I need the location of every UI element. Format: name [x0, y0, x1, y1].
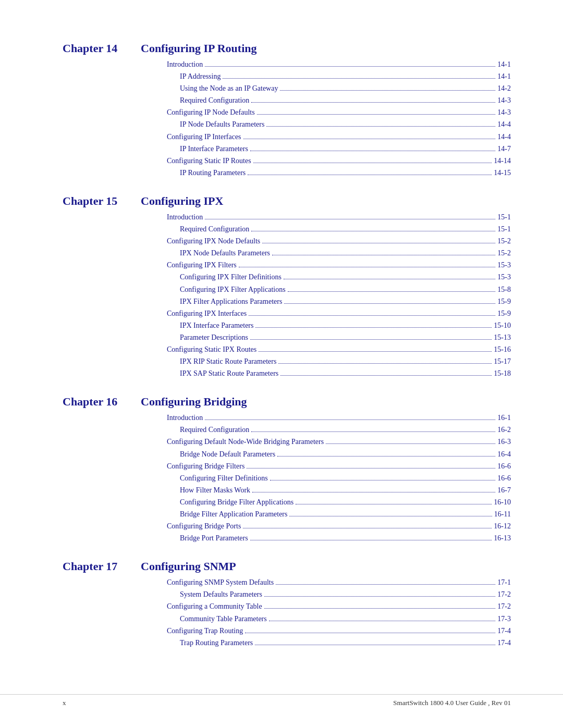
toc-dots: [243, 139, 496, 139]
toc-entry[interactable]: IPX Filter Applications Parameters15-9: [167, 295, 511, 307]
toc-entry[interactable]: System Defaults Parameters17-2: [167, 588, 511, 600]
toc-page-number: 16-1: [497, 412, 511, 424]
toc-entry[interactable]: Introduction15-1: [167, 211, 511, 223]
toc-entry[interactable]: Configuring Bridge Filters16-6: [167, 460, 511, 472]
toc-entry-label: IPX Interface Parameters: [167, 319, 253, 331]
toc-entry[interactable]: Configuring SNMP System Defaults17-1: [167, 576, 511, 588]
chapter-label-14: Chapter 14: [63, 42, 130, 55]
toc-page-number: 14-15: [494, 167, 511, 179]
toc-entry[interactable]: IPX Node Defaults Parameters15-2: [167, 247, 511, 259]
toc-entry[interactable]: Configuring Default Node-Wide Bridging P…: [167, 436, 511, 448]
toc-entry-label: Trap Routing Parameters: [167, 637, 253, 649]
toc-entry-label: IPX Node Defaults Parameters: [167, 247, 270, 259]
toc-entry[interactable]: Required Configuration16-2: [167, 424, 511, 436]
chapter-block-17: Chapter 17Configuring SNMPConfiguring SN…: [63, 560, 511, 649]
toc-page-number: 17-4: [497, 637, 511, 649]
toc-entry[interactable]: Parameter Descriptions15-13: [167, 331, 511, 343]
toc-entry[interactable]: Community Table Parameters17-3: [167, 613, 511, 625]
toc-entry-label: Configuring IP Node Defaults: [167, 106, 255, 118]
toc-dots: [253, 163, 492, 163]
toc-dots: [264, 596, 495, 597]
toc-entry-label: Bridge Filter Application Parameters: [167, 508, 287, 520]
toc-dots: [205, 419, 495, 420]
toc-page-number: 15-1: [497, 223, 511, 235]
toc-entry-label: Configuring SNMP System Defaults: [167, 576, 274, 588]
toc-entry[interactable]: Trap Routing Parameters17-4: [167, 637, 511, 649]
toc-entry[interactable]: Required Configuration14-3: [167, 94, 511, 106]
toc-entry-label: Configuring Bridge Filter Applications: [167, 496, 293, 508]
toc-entry[interactable]: Configuring IPX Node Defaults15-2: [167, 235, 511, 247]
toc-dots: [284, 279, 496, 279]
toc-entry[interactable]: Configuring a Community Table17-2: [167, 600, 511, 612]
toc-entry[interactable]: Configuring IPX Filter Definitions15-3: [167, 271, 511, 283]
toc-entry[interactable]: IPX SAP Static Route Parameters15-18: [167, 367, 511, 379]
toc-entry-label: Configuring Bridge Filters: [167, 460, 244, 472]
toc-page-number: 15-2: [497, 247, 511, 259]
toc-entry[interactable]: Bridge Filter Application Parameters16-1…: [167, 508, 511, 520]
chapter-heading-16: Chapter 16Configuring Bridging: [63, 395, 511, 409]
toc-entry-label: Required Configuration: [167, 94, 249, 106]
toc-entry[interactable]: Configuring IP Node Defaults14-3: [167, 106, 511, 118]
chapter-heading-15: Chapter 15Configuring IPX: [63, 194, 511, 208]
toc-page-number: 14-1: [497, 70, 511, 82]
toc-dots: [250, 540, 492, 540]
toc-entry-label: IPX SAP Static Route Parameters: [167, 367, 278, 379]
toc-dots: [243, 528, 492, 528]
chapter-label-17: Chapter 17: [63, 560, 130, 573]
toc-page-number: 14-3: [497, 106, 511, 118]
toc-entry-label: Parameter Descriptions: [167, 331, 248, 343]
toc-entry[interactable]: Configuring Bridge Ports16-12: [167, 520, 511, 532]
toc-dots: [296, 504, 492, 504]
footer-title: SmartSwitch 1800 4.0 User Guide , Rev 01: [393, 699, 511, 707]
toc-dots: [239, 267, 496, 267]
chapter-title-17: Configuring SNMP: [141, 560, 236, 573]
toc-page-number: 15-3: [497, 259, 511, 271]
toc-dots: [264, 608, 496, 609]
toc-entry[interactable]: IPX RIP Static Route Parameters15-17: [167, 355, 511, 367]
toc-entry[interactable]: Introduction14-1: [167, 58, 511, 70]
toc-entry[interactable]: Configuring Filter Definitions16-6: [167, 472, 511, 484]
toc-dots: [250, 339, 492, 340]
toc-dots: [270, 480, 496, 480]
toc-entry[interactable]: Bridge Node Default Parameters16-4: [167, 448, 511, 460]
toc-entry-label: IPX Filter Applications Parameters: [167, 295, 282, 307]
toc-page-number: 16-6: [497, 472, 511, 484]
toc-entry[interactable]: IP Addressing14-1: [167, 70, 511, 82]
chapter-heading-17: Chapter 17Configuring SNMP: [63, 560, 511, 573]
toc-entry-label: Introduction: [167, 211, 203, 223]
toc-entry[interactable]: Configuring IPX Interfaces15-9: [167, 307, 511, 319]
toc-entry[interactable]: Configuring Bridge Filter Applications16…: [167, 496, 511, 508]
toc-dots: [272, 255, 495, 255]
toc-entry[interactable]: Configuring Trap Routing17-4: [167, 625, 511, 637]
toc-dots: [257, 114, 496, 115]
toc-entry[interactable]: IP Node Defaults Parameters14-4: [167, 118, 511, 130]
toc-entry-label: Using the Node as an IP Gateway: [167, 82, 278, 94]
toc-entry[interactable]: Configuring IPX Filters15-3: [167, 259, 511, 271]
toc-entry[interactable]: IP Interface Parameters14-7: [167, 143, 511, 155]
toc-entry[interactable]: Configuring IP Interfaces14-4: [167, 131, 511, 143]
toc-entry[interactable]: Configuring Static IPX Routes15-16: [167, 343, 511, 355]
toc-dots: [255, 645, 495, 645]
toc-entry-label: Configuring Static IP Routes: [167, 155, 251, 167]
chapter-block-16: Chapter 16Configuring BridgingIntroducti…: [63, 395, 511, 544]
toc-entry[interactable]: IP Routing Parameters14-15: [167, 167, 511, 179]
toc-page-number: 15-9: [497, 307, 511, 319]
toc-entry-label: Configuring a Community Table: [167, 600, 262, 612]
toc-entry[interactable]: Required Configuration15-1: [167, 223, 511, 235]
toc-entry[interactable]: Bridge Port Parameters16-13: [167, 532, 511, 544]
toc-entry-label: Configuring Filter Definitions: [167, 472, 268, 484]
toc-entry[interactable]: Configuring Static IP Routes14-14: [167, 155, 511, 167]
toc-dots: [223, 78, 495, 79]
toc-page-number: 15-17: [494, 355, 511, 367]
toc-dots: [278, 363, 492, 364]
toc-entry[interactable]: Configuring IPX Filter Applications15-8: [167, 283, 511, 295]
toc-dots: [255, 327, 492, 328]
toc-entry[interactable]: IPX Interface Parameters15-10: [167, 319, 511, 331]
toc-entry[interactable]: Using the Node as an IP Gateway14-2: [167, 82, 511, 94]
toc-entry[interactable]: Introduction16-1: [167, 412, 511, 424]
toc-page-number: 14-2: [497, 82, 511, 94]
toc-page-number: 14-4: [497, 118, 511, 130]
toc-page-number: 17-1: [497, 576, 511, 588]
toc-entry[interactable]: How Filter Masks Work16-7: [167, 484, 511, 496]
toc-entry-label: IP Interface Parameters: [167, 143, 248, 155]
